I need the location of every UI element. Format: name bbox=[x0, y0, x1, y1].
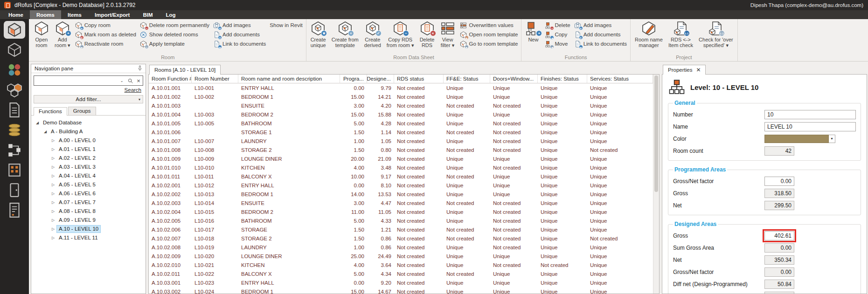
copy-room-button[interactable]: +Copy room bbox=[75, 21, 136, 29]
copy-button[interactable]: ●Copy bbox=[545, 31, 570, 38]
tree-item-a-03-level-3[interactable]: ▷A.03 - LEVEL 3 bbox=[31, 163, 146, 171]
scrollbar-thumb[interactable] bbox=[654, 75, 658, 192]
table-row[interactable]: A.10.02.008L10-019LAUNDRY1.000.86Not cre… bbox=[149, 243, 653, 252]
expand-icon[interactable]: ▷ bbox=[50, 191, 56, 196]
show-in-revit-button[interactable]: Show in Revit bbox=[270, 21, 302, 29]
search-icon[interactable] bbox=[126, 78, 134, 84]
table-row[interactable]: A.10.03.002L10-024BEDROOM 115.0014.67Not… bbox=[149, 287, 653, 294]
show-deleted-rooms-button[interactable]: Show deleted rooms bbox=[140, 31, 209, 38]
tree-item-a-00-level-0[interactable]: ▷A.00 - LEVEL 0 bbox=[31, 136, 146, 145]
search-link[interactable]: Search bbox=[125, 87, 141, 93]
sidebar-item-reports[interactable] bbox=[4, 201, 25, 219]
tree-item-a-08-level-8[interactable]: ▷A.08 - LEVEL 8 bbox=[31, 207, 146, 216]
table-row[interactable]: A.10.01.009L10-009LOUNGE DINER20.0021.09… bbox=[149, 154, 653, 163]
color-dropdown-icon[interactable]: ▼ bbox=[829, 135, 835, 143]
tree-item-a-07-level-7[interactable]: ▷A.07 - LEVEL 7 bbox=[31, 198, 146, 207]
table-row[interactable]: A.10.01.008L10-008STORAGE 21.500.80Not c… bbox=[149, 145, 653, 154]
search-input[interactable] bbox=[34, 76, 118, 85]
menu-tab-items[interactable]: Items bbox=[61, 10, 88, 19]
properties-tab[interactable]: Properties ✕ bbox=[663, 65, 706, 75]
table-row[interactable]: A.10.01.003ENSUITE3.004.20Not createdNot… bbox=[149, 101, 653, 110]
table-row[interactable]: A.10.01.006STORAGE 11.501.14Not createdN… bbox=[149, 128, 653, 137]
open-room-button[interactable]: Open room bbox=[33, 20, 50, 48]
color-field[interactable]: ▼ bbox=[764, 135, 835, 143]
copy-rds-from-room-button[interactable]: −Copy RDS from room ▾ bbox=[386, 20, 415, 48]
tree-item-a-06-level-6[interactable]: ▷A.06 - LEVEL 6 bbox=[31, 189, 146, 198]
menu-tab-rooms[interactable]: Rooms bbox=[30, 10, 61, 19]
table-row[interactable]: A.10.02.007L10-018STORAGE 21.500.86Not c… bbox=[149, 234, 653, 243]
create-derived-button[interactable]: ✓Create derived bbox=[363, 20, 382, 48]
add-room-button[interactable]: +Add room ▾ bbox=[54, 20, 71, 48]
expand-icon[interactable]: ▷ bbox=[50, 227, 56, 231]
table-row[interactable]: A.10.02.010L10-021KITCHEN4.003.64Not cre… bbox=[149, 260, 653, 269]
expand-icon[interactable]: ▷ bbox=[50, 147, 56, 151]
table-row[interactable]: A.10.01.005L10-005BATHROOM5.004.28Not cr… bbox=[149, 119, 653, 128]
table-row[interactable]: A.10.02.001L10-012ENTRY HALL0.008.10Not … bbox=[149, 181, 653, 190]
room-name-manager-button[interactable]: Room name manager bbox=[634, 20, 664, 48]
search-dropdown-icon[interactable]: ⌄ bbox=[118, 79, 126, 83]
table-row[interactable]: A.10.01.007L10-007LAUNDRY1.001.05Not cre… bbox=[149, 137, 653, 145]
column-header-room-function[interactable]: Room Function #: bbox=[149, 75, 192, 83]
sidebar-item-documents[interactable] bbox=[4, 101, 25, 119]
column-header-ff-e-status[interactable]: FF&E: Status bbox=[444, 75, 490, 83]
sidebar-item-systems[interactable] bbox=[4, 141, 25, 159]
delete-button[interactable]: −Delete bbox=[545, 21, 570, 29]
add-images-button[interactable]: +Add images bbox=[574, 21, 627, 29]
add-images-button[interactable]: +Add images bbox=[213, 21, 266, 29]
collapse-icon[interactable]: ◢ bbox=[34, 121, 41, 125]
name-field[interactable] bbox=[764, 122, 856, 131]
table-row[interactable]: A.10.02.009L10-020LOUNGE DINER25.0024.49… bbox=[149, 252, 653, 260]
table-row[interactable]: A.10.01.010L10-010KITCHEN4.003.48Not cre… bbox=[149, 163, 653, 172]
tree-item-a-04-level-4[interactable]: ▷A.04 - LEVEL 4 bbox=[31, 171, 146, 180]
mark-room-as-deleted-button[interactable]: ×Mark room as deleted bbox=[75, 31, 136, 38]
move-button[interactable]: ●Move bbox=[545, 40, 570, 48]
expand-icon[interactable]: ▷ bbox=[50, 236, 56, 240]
table-row[interactable]: A.10.01.002L10-002BEDROOM 115.0014.21Not… bbox=[149, 92, 653, 101]
rds-item-check-button[interactable]: 1:1RDS <-> Item check bbox=[667, 20, 694, 48]
new-button[interactable]: +New bbox=[525, 20, 542, 42]
column-header-designe[interactable]: Designe... bbox=[367, 75, 394, 83]
column-header-doors-window[interactable]: Doors+Window... bbox=[490, 75, 538, 83]
sidebar-item-room-explorer[interactable] bbox=[4, 41, 25, 59]
clear-search-icon[interactable]: × bbox=[134, 77, 143, 84]
table-row[interactable]: A.10.01.004L10-003BEDROOM 215.0015.88Not… bbox=[149, 110, 653, 119]
sidebar-item-rooms[interactable] bbox=[4, 21, 25, 39]
collapse-icon[interactable]: ◢ bbox=[42, 130, 49, 134]
add-documents-button[interactable]: +Add documents bbox=[213, 31, 266, 38]
sidebar-item-buildings[interactable] bbox=[4, 161, 25, 179]
table-row[interactable]: A.10.01.001L10-001ENTRY HALL0.009.79Not … bbox=[149, 83, 653, 92]
rooms-document-tab[interactable]: Rooms [A.10 - LEVEL 10] bbox=[149, 65, 221, 75]
menu-tab-log[interactable]: Log bbox=[159, 10, 182, 19]
apply-template-button[interactable]: ≡Apply template bbox=[140, 40, 209, 48]
expand-icon[interactable]: ▷ bbox=[50, 138, 56, 143]
delete-rds-button[interactable]: ×Delete RDS bbox=[419, 20, 436, 48]
menu-tab-home[interactable]: Home bbox=[2, 10, 30, 19]
tree-item-a-building-a[interactable]: ◢A - Building A bbox=[31, 127, 146, 136]
delete-room-permanently-button[interactable]: −Delete room permanently bbox=[140, 21, 209, 29]
tree-item-a-01-level-1[interactable]: ▷A.01 - LEVEL 1 bbox=[31, 145, 146, 154]
expand-icon[interactable]: ▷ bbox=[50, 183, 56, 187]
nav-tab-groups[interactable]: Groups bbox=[68, 107, 96, 115]
create-from-template-button[interactable]: =Create from template bbox=[331, 20, 360, 48]
link-to-documents-button[interactable]: ●Link to documents bbox=[213, 40, 266, 48]
table-row[interactable]: A.10.02.011L10-022BALCONY X5.004.34Not c… bbox=[149, 269, 653, 278]
tree-item-a-10-level-10[interactable]: ▷A.10 - LEVEL 10 bbox=[31, 225, 146, 233]
sidebar-item-finance[interactable] bbox=[4, 121, 25, 139]
go-to-room-template-button[interactable]: ●Go to room template bbox=[460, 40, 518, 48]
sidebar-item-door-schedule[interactable] bbox=[4, 181, 25, 199]
view-filter-button[interactable]: View filter ▾ bbox=[439, 20, 456, 48]
tree-item-a-09-level-9[interactable]: ▷A.09 - LEVEL 9 bbox=[31, 216, 146, 225]
column-header-room-number[interactable]: Room Number bbox=[192, 75, 238, 83]
expand-icon[interactable]: ▷ bbox=[50, 209, 56, 213]
column-header-finishes-status[interactable]: Finishes: Status bbox=[538, 75, 587, 83]
table-row[interactable]: A.10.02.003L10-014ENSUITE3.004.47Not cre… bbox=[149, 198, 653, 207]
add-filter-button[interactable]: Add filter... ▾ bbox=[34, 95, 143, 103]
nav-tab-functions[interactable]: Functions bbox=[34, 107, 67, 116]
expand-icon[interactable]: ▷ bbox=[50, 165, 56, 169]
number-field[interactable] bbox=[764, 110, 856, 119]
create-unique-button[interactable]: ★Create unique bbox=[310, 20, 327, 48]
expand-icon[interactable]: ▷ bbox=[50, 156, 56, 160]
tree-item-a-05-level-5[interactable]: ▷A.05 - LEVEL 5 bbox=[31, 180, 146, 189]
table-row[interactable]: A.10.02.006L10-017STORAGE1.501.21Not cre… bbox=[149, 225, 653, 234]
expand-icon[interactable]: ▷ bbox=[50, 218, 56, 222]
